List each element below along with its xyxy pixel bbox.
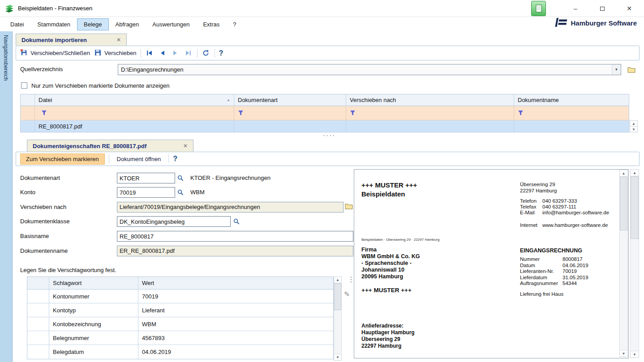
navigation-sidebar-tab[interactable]: Navigationsbereich (0, 31, 13, 362)
maximize-button[interactable] (592, 0, 613, 17)
combo-dropdown-icon[interactable]: ▼ (612, 64, 621, 75)
cell-verschieben-nach[interactable] (346, 120, 514, 132)
maximize-icon (600, 7, 605, 11)
edit-pencil-icon[interactable]: ✎ (344, 290, 350, 298)
preview-contact: Telefon040 63297-333 Telefax040 63297-11… (520, 198, 609, 216)
scroll-down-button[interactable]: ▼ (630, 351, 639, 358)
filter-cell-dokumentenart[interactable] (234, 106, 346, 120)
col-header-dokumentname[interactable]: Dokumentname (514, 94, 629, 106)
cell-dokumentenart[interactable] (234, 120, 346, 132)
browse-folder-button[interactable] (626, 65, 637, 74)
splitter-handle[interactable]: ···· (305, 131, 354, 139)
filter-icon (41, 110, 47, 116)
scroll-thumb[interactable] (631, 176, 639, 239)
konto-input[interactable] (117, 187, 175, 198)
move-close-button[interactable]: Verschieben/Schließen (20, 49, 90, 58)
folder-icon (627, 67, 635, 73)
dokumentenklasse-input[interactable] (117, 216, 231, 227)
invoice-field-label: Lieferanten-Nr. (520, 268, 562, 275)
keywords-vscrollbar[interactable]: ▲ ▼ (334, 277, 342, 362)
value-cell[interactable]: WBM (138, 317, 333, 331)
scroll-up-button[interactable]: ▲ (630, 169, 639, 176)
keyword-row[interactable]: Kontotyp Lieferant (27, 303, 333, 317)
scroll-down-button[interactable]: ▼ (619, 350, 628, 357)
nav-prev-button[interactable] (158, 49, 167, 58)
panel-vscrollbar[interactable]: ▲ ▼ (630, 169, 639, 359)
open-document-button[interactable]: Dokument öffnen (113, 156, 165, 162)
documents-grid-vscrollbar[interactable]: ▲ ▼ (630, 120, 638, 132)
keyword-cell[interactable]: Kontobezeichnung (49, 317, 138, 331)
close-icon: ✕ (627, 5, 632, 12)
refresh-button[interactable] (202, 49, 210, 58)
scroll-up-button[interactable]: ▲ (334, 277, 342, 283)
konto-lookup-button[interactable] (176, 187, 185, 197)
col-header-schlagwort[interactable]: Schlagwort (49, 277, 138, 289)
keyword-row[interactable]: Kontonummer 70019 (27, 290, 333, 303)
menu-item-extras[interactable]: Extras (196, 18, 226, 30)
keyword-row[interactable]: Kontobezeichnung WBM (27, 317, 333, 331)
tab-dokumenteigenschaften[interactable]: Dokumenteigenschaften RE_8000817.pdf ✕ (27, 140, 193, 152)
menu-item-abfragen[interactable]: Abfragen (109, 18, 146, 30)
tab-close-icon[interactable]: ✕ (116, 37, 121, 43)
keyword-cell[interactable]: Kontotyp (49, 303, 138, 317)
value-cell[interactable]: 4567893 (138, 331, 333, 345)
minimize-button[interactable]: – (565, 0, 586, 17)
tab-close-icon[interactable]: ✕ (183, 143, 188, 149)
help-icon[interactable]: ? (173, 155, 177, 163)
scroll-up-button[interactable]: ▲ (630, 120, 638, 127)
contact-label: Internet (520, 222, 542, 228)
preview-delivery-address: Anlieferadresse: Hauptlager Hamburg Über… (361, 323, 415, 349)
source-dir-combobox[interactable]: D:\Eingangsrechnungen ▼ (118, 64, 621, 75)
filter-cell-datei[interactable] (35, 106, 234, 120)
preview-vscrollbar[interactable]: ▲ ▼ (619, 170, 628, 358)
nav-last-button[interactable] (184, 49, 193, 58)
preview-delivery-note: Lieferung frei Haus (520, 291, 563, 297)
mark-for-move-button[interactable]: Zum Verschieben markieren (20, 153, 105, 165)
filter-cell-dokumentname[interactable] (514, 106, 629, 120)
verschieben-nach-folder-button[interactable] (345, 203, 353, 209)
documents-grid: Datei ▲ Dokumentenart Verschieben nach D… (20, 94, 629, 132)
scroll-down-button[interactable]: ▼ (334, 354, 342, 361)
help-icon[interactable]: ? (219, 49, 223, 57)
value-cell[interactable]: 04.06.2019 (138, 345, 333, 359)
value-cell[interactable]: Lieferant (138, 303, 333, 317)
dokumentenart-input[interactable] (117, 173, 175, 183)
move-button[interactable]: Verschieben (94, 49, 137, 58)
keyword-row[interactable]: Belegdatum 04.06.2019 (27, 345, 333, 359)
keyword-row[interactable]: Belegnummer 4567893 (27, 331, 333, 345)
menu-item-stammdaten[interactable]: Stammdaten (30, 18, 77, 30)
filter-cell-verschieben-nach[interactable] (346, 106, 514, 120)
show-marked-checkbox[interactable] (21, 82, 27, 89)
keywords-heading: Legen Sie die Verschlagwortung fest. (20, 265, 116, 276)
cell-datei[interactable]: RE_8000817.pdf (35, 120, 234, 132)
tab-dokumente-importieren[interactable]: Dokumente importieren ✕ (16, 34, 127, 46)
keyword-cell[interactable]: Belegdatum (49, 345, 138, 359)
menu-item-auswertungen[interactable]: Auswertungen (146, 18, 196, 30)
keyword-cell[interactable]: Kontonummer (49, 290, 138, 303)
col-header-datei[interactable]: Datei ▲ (35, 94, 234, 106)
dokumentenklasse-lookup-button[interactable] (232, 217, 241, 226)
document-row[interactable]: RE_8000817.pdf (21, 120, 629, 132)
cell-dokumentname[interactable] (514, 120, 629, 132)
invoice-field-label: Auftragsnummer (520, 281, 562, 287)
col-header-verschieben-nach[interactable]: Verschieben nach (346, 94, 514, 106)
col-header-dokumentenart[interactable]: Dokumentenart (234, 94, 346, 106)
value-cell[interactable]: 70019 (138, 290, 333, 303)
scroll-thumb[interactable] (620, 177, 627, 230)
basisname-input[interactable] (117, 231, 353, 242)
scroll-down-button[interactable]: ▼ (630, 126, 638, 132)
close-button[interactable]: ✕ (619, 0, 640, 17)
contact-label: Telefon (520, 198, 542, 204)
scroll-up-button[interactable]: ▲ (619, 170, 628, 177)
license-status-button[interactable] (531, 1, 546, 16)
nav-first-button[interactable] (145, 49, 154, 58)
keyword-cell[interactable]: Belegnummer (49, 331, 138, 345)
col-header-wert[interactable]: Wert (138, 277, 333, 289)
dokumentenart-lookup-button[interactable] (176, 173, 185, 183)
menu-item-datei[interactable]: Datei (4, 18, 30, 30)
delivery-address-line: Überseering 29 (361, 336, 415, 343)
scroll-thumb[interactable] (334, 283, 341, 310)
menu-item-help[interactable]: ? (226, 18, 243, 30)
menu-item-belege[interactable]: Belege (77, 18, 108, 30)
nav-next-button[interactable] (171, 49, 180, 58)
